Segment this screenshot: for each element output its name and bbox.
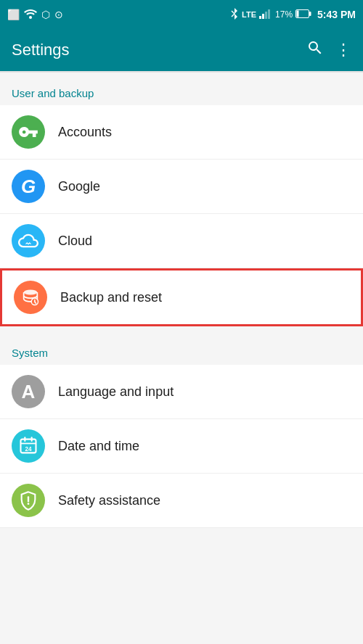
svg-rect-3 <box>259 16 261 19</box>
status-bar-left: ⬜ ⬡ ⊙ <box>7 9 63 21</box>
accounts-label: Accounts <box>58 125 112 140</box>
settings-item-google[interactable]: G Google <box>0 160 363 214</box>
settings-item-backup-reset[interactable]: Backup and reset <box>0 268 363 326</box>
svg-line-1 <box>232 11 234 14</box>
svg-rect-6 <box>268 9 270 19</box>
signal-icon <box>259 9 272 21</box>
svg-rect-4 <box>262 14 264 19</box>
toolbar-icons: ⋮ <box>306 39 351 61</box>
svg-point-18 <box>28 503 30 505</box>
language-icon: A <box>12 375 45 408</box>
lte-label: LTE <box>242 10 256 19</box>
cloud-icon <box>12 224 45 257</box>
svg-text:24: 24 <box>25 446 32 453</box>
language-label: Language and input <box>58 384 174 400</box>
settings-item-date-time[interactable]: 24 Date and time <box>0 419 363 474</box>
google-icon: G <box>12 170 45 203</box>
google-label: Google <box>58 179 100 194</box>
status-time: 5:43 PM <box>317 9 356 20</box>
safety-label: Safety assistance <box>58 493 160 508</box>
section-header-system: System <box>0 332 363 365</box>
toolbar: Settings ⋮ <box>0 29 363 71</box>
status-bar: ⬜ ⬡ ⊙ LTE <box>0 0 363 29</box>
sync-icon: ⬡ <box>41 9 50 20</box>
svg-rect-8 <box>297 10 299 17</box>
settings-item-safety[interactable]: Safety assistance <box>0 474 363 528</box>
timer-icon: ⊙ <box>54 9 63 20</box>
svg-line-2 <box>232 14 234 17</box>
status-bar-right: LTE 17% 5:43 PM <box>230 7 356 22</box>
accounts-icon <box>12 115 45 149</box>
backup-reset-icon <box>14 281 47 314</box>
battery-icon <box>295 9 311 20</box>
backup-reset-label: Backup and reset <box>60 290 162 305</box>
bluetooth-icon <box>230 7 239 22</box>
svg-rect-5 <box>265 12 267 19</box>
svg-point-0 <box>29 16 32 19</box>
wifi-icon <box>24 9 37 21</box>
settings-content: User and backup Accounts G Google Cloud <box>0 73 363 528</box>
settings-item-accounts[interactable]: Accounts <box>0 105 363 160</box>
svg-point-10 <box>24 290 38 295</box>
settings-item-language[interactable]: A Language and input <box>0 365 363 419</box>
more-options-icon[interactable]: ⋮ <box>335 41 351 59</box>
toolbar-title: Settings <box>12 41 298 59</box>
settings-item-cloud[interactable]: Cloud <box>0 214 363 268</box>
battery-percent: 17% <box>275 9 293 20</box>
date-time-label: Date and time <box>58 439 139 454</box>
section-gap <box>0 326 363 332</box>
screenshot-icon: ⬜ <box>7 9 20 20</box>
section-header-user-backup: User and backup <box>0 73 363 105</box>
svg-rect-9 <box>309 12 311 16</box>
safety-icon <box>12 484 45 517</box>
search-icon[interactable] <box>306 39 324 61</box>
date-time-icon: 24 <box>12 429 45 463</box>
cloud-label: Cloud <box>58 234 92 249</box>
